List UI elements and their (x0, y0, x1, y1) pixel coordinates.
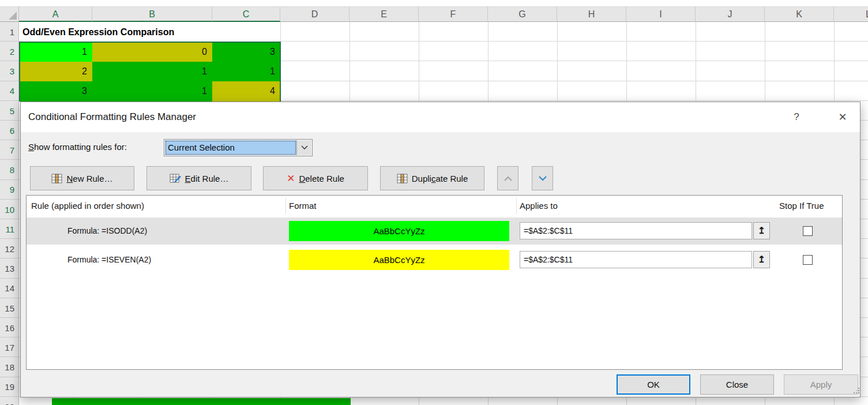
column-header-I[interactable]: I (626, 7, 696, 22)
rule-row-1[interactable]: Formula: =ISODD(A2)AaBbCcYyZz↥ (27, 217, 842, 245)
duplicate-rule-label: Duplicate Rule (412, 174, 468, 183)
rules-list: Rule (applied in order shown) Format App… (26, 195, 843, 370)
edit-rule-label: Edit Rule… (185, 174, 229, 183)
row-header-5[interactable]: 5 (0, 102, 18, 121)
select-all-corner[interactable] (0, 7, 19, 22)
dropdown-button[interactable] (296, 140, 311, 155)
cell-A2[interactable]: 1 (19, 42, 92, 62)
new-rule-button[interactable]: New Rule… (30, 166, 134, 190)
column-header-K[interactable]: K (765, 7, 834, 22)
resize-grip[interactable] (854, 392, 855, 393)
list-header-rule: Rule (applied in order shown) (31, 196, 144, 216)
applies-to-input[interactable] (520, 222, 752, 239)
show-rules-dropdown-value[interactable]: Current Selection (165, 140, 296, 155)
sheet-top-band (0, 0, 868, 7)
move-rule-down-button[interactable] (532, 166, 553, 190)
column-header-C[interactable]: C (212, 7, 280, 22)
cell-A4[interactable]: 3 (19, 81, 92, 101)
delete-x-icon: ✕ (287, 174, 295, 183)
row-header-6[interactable]: 6 (0, 121, 18, 141)
help-icon[interactable]: ? (787, 108, 806, 126)
row-header-16[interactable]: 16 (0, 318, 18, 338)
row-header-10[interactable]: 10 (0, 200, 18, 220)
close-button[interactable]: Close (700, 374, 774, 395)
delete-rule-label: Delete Rule (299, 174, 344, 183)
column-header-A[interactable]: A (19, 7, 92, 22)
show-rules-dropdown[interactable]: Current Selection (164, 139, 313, 156)
row-header-2[interactable]: 2 (0, 42, 18, 62)
new-rule-label: New Rule… (66, 174, 112, 183)
row-header-17[interactable]: 17 (0, 338, 18, 358)
cell-C3[interactable]: 1 (212, 62, 280, 81)
chevron-down-icon (301, 145, 308, 150)
row-header-9[interactable]: 9 (0, 180, 18, 200)
format-preview-swatch: AaBbCcYyZz (289, 221, 509, 241)
list-header-stop-if-true: Stop If True (779, 196, 824, 216)
collapse-dialog-icon[interactable]: ↥ (753, 251, 770, 268)
dialog-titlebar[interactable]: Conditional Formatting Rules Manager ? ✕ (21, 102, 860, 132)
cell-C2[interactable]: 3 (212, 42, 280, 62)
row-header-3[interactable]: 3 (0, 62, 18, 81)
delete-rule-button[interactable]: ✕ Delete Rule (263, 166, 368, 190)
rule-row-2[interactable]: Formula: =ISEVEN(A2)AaBbCcYyZz↥ (27, 246, 842, 273)
select-all-triangle-icon (9, 12, 17, 20)
ok-button[interactable]: OK (617, 374, 690, 395)
cell-A3[interactable]: 2 (19, 62, 92, 81)
rule-formula-text: Formula: =ISEVEN(A2) (67, 246, 151, 273)
list-header-applies-to: Applies to (520, 196, 558, 216)
show-formatting-rules-label: Show formatting rules for: (28, 138, 127, 156)
row-header-13[interactable]: 13 (0, 259, 18, 279)
new-rule-grid-icon (51, 174, 62, 183)
column-header-J[interactable]: J (696, 7, 765, 22)
applies-to-input[interactable] (520, 251, 752, 268)
cell-A1-title[interactable]: Odd/Even Expression Comparison (20, 22, 280, 42)
conditional-formatting-rules-manager-dialog: Conditional Formatting Rules Manager ? ✕… (20, 102, 861, 397)
cell-B4[interactable]: 1 (92, 81, 212, 101)
row-header-11[interactable]: 11 (0, 220, 18, 239)
row-header-12[interactable]: 12 (0, 239, 18, 259)
edit-rule-pencil-icon (170, 174, 181, 183)
chevron-up-icon (503, 176, 513, 181)
stop-if-true-checkbox[interactable] (803, 255, 813, 265)
cell-B2[interactable]: 0 (92, 42, 212, 62)
format-preview-swatch: AaBbCcYyZz (289, 250, 509, 270)
list-header-format: Format (289, 196, 317, 216)
move-rule-up-button[interactable] (497, 166, 518, 190)
column-header-B[interactable]: B (92, 7, 212, 22)
dialog-title: Conditional Formatting Rules Manager (28, 102, 196, 132)
row-header-14[interactable]: 14 (0, 279, 18, 298)
column-separator (516, 198, 517, 214)
row-header-15[interactable]: 15 (0, 299, 18, 318)
close-icon[interactable]: ✕ (833, 108, 852, 126)
row-header-8[interactable]: 8 (0, 160, 18, 180)
edit-rule-button[interactable]: Edit Rule… (146, 166, 251, 190)
row-header-18[interactable]: 18 (0, 358, 18, 377)
chevron-down-icon (538, 176, 547, 181)
row-header-7[interactable]: 7 (0, 141, 18, 160)
column-header-G[interactable]: G (488, 7, 557, 22)
column-separator (285, 198, 286, 214)
duplicate-rule-grid-icon (397, 174, 408, 183)
row-header-20[interactable]: 20 (0, 397, 18, 405)
column-header-L[interactable]: L (834, 7, 868, 22)
cell-C4[interactable]: 4 (212, 81, 280, 101)
row-header-1[interactable]: 1 (0, 22, 18, 42)
column-header-F[interactable]: F (419, 7, 488, 22)
column-header-H[interactable]: H (557, 7, 626, 22)
stop-if-true-checkbox[interactable] (803, 226, 813, 236)
column-header-D[interactable]: D (280, 7, 350, 22)
row-header-19[interactable]: 19 (0, 377, 18, 397)
row-header-4[interactable]: 4 (0, 81, 18, 101)
cell-B3[interactable]: 1 (92, 62, 212, 81)
duplicate-rule-button[interactable]: Duplicate Rule (380, 166, 484, 190)
column-header-E[interactable]: E (350, 7, 419, 22)
rule-formula-text: Formula: =ISODD(A2) (67, 217, 147, 245)
row-20-formatted-strip (52, 398, 351, 405)
apply-button[interactable]: Apply (784, 374, 858, 395)
collapse-dialog-icon[interactable]: ↥ (753, 222, 770, 239)
